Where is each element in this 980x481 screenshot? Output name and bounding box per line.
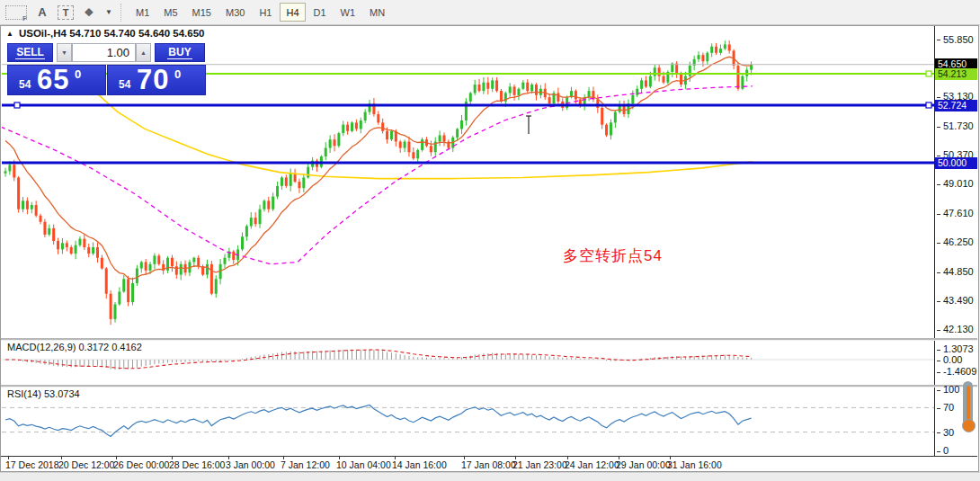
timeframe-button-w1[interactable]: W1 xyxy=(334,3,362,22)
toolbar: F A T ❖ ▼ M1M5M15M30H1H4D1W1MN xyxy=(0,0,980,25)
price-tick-44.850: 44.850 xyxy=(937,266,974,277)
rsi-separator[interactable] xyxy=(1,385,977,387)
time-label: 17 Dec 2018 xyxy=(5,459,59,470)
blue-support-line-1-marker xyxy=(926,102,931,108)
price-tick-47.610: 47.610 xyxy=(937,208,974,218)
sell-price-big: 65 xyxy=(37,64,69,96)
status-bar xyxy=(0,472,980,481)
rsi-label: RSI(14) 53.0734 xyxy=(7,388,80,399)
time-label: 28 Dec 16:00 xyxy=(169,459,225,470)
macd-axis-0.00: 0.00 xyxy=(937,354,962,365)
time-label: 24 Jan 12:00 xyxy=(565,459,619,470)
timeframe-button-m5[interactable]: M5 xyxy=(157,3,183,22)
buy-quote[interactable]: 54 70 0 xyxy=(107,65,206,95)
time-label: 10 Jan 04:00 xyxy=(336,459,391,470)
indicator-grid-icon[interactable]: F xyxy=(5,5,27,20)
time-label: 3 Jan 00:00 xyxy=(226,459,275,470)
time-label: 20 Dec 12:00 xyxy=(58,459,114,470)
collapse-icon[interactable]: ▲ xyxy=(6,30,13,38)
macd-axis-1.3073: 1.3073 xyxy=(937,343,974,354)
shapes-dropdown-caret-icon[interactable]: ▼ xyxy=(104,4,113,22)
chart-annotation-text: 多空转折点54 xyxy=(563,245,663,266)
blue-support-line-1-marker xyxy=(14,102,20,108)
macd-separator[interactable] xyxy=(1,338,977,341)
timeframe-button-h1[interactable]: H1 xyxy=(253,3,278,22)
volume-down-button[interactable]: ▼ xyxy=(57,43,72,62)
one-click-trading-panel: SELL ▼ 1.00 ▲ BUY 54 65 0 54 70 0 xyxy=(5,41,209,98)
macd-label: MACD(12,26,9) 0.3172 0.4162 xyxy=(7,342,142,352)
timeframe-button-m15[interactable]: M15 xyxy=(186,3,218,22)
sell-button[interactable]: SELL xyxy=(7,43,53,62)
thermometer-icon xyxy=(961,381,975,437)
price-tick-42.130: 42.130 xyxy=(937,324,974,334)
chart-window: ▲ USOil-,H4 54.710 54.740 54.640 54.650 … xyxy=(0,25,979,472)
chart-title-bar: ▲ USOil-,H4 54.710 54.740 54.640 54.650 xyxy=(6,28,204,39)
rsi-panel xyxy=(2,387,934,456)
rsi-axis-30: 30 xyxy=(937,427,954,438)
sell-quote[interactable]: 54 65 0 xyxy=(7,65,106,95)
shapes-tool-icon[interactable]: ❖ xyxy=(79,4,99,22)
text-tool-icon[interactable]: T xyxy=(58,5,74,20)
price-tick-46.250: 46.250 xyxy=(937,236,974,247)
time-label: 31 Jan 16:00 xyxy=(667,459,722,470)
metatrader-window: F A T ❖ ▼ M1M5M15M30H1H4D1W1MN ▲ USOil-,… xyxy=(0,0,980,481)
timeframe-button-m1[interactable]: M1 xyxy=(129,3,156,22)
sell-price-sup: 0 xyxy=(75,67,81,81)
rsi-axis-70: 70 xyxy=(937,402,954,413)
rsi-axis-100: 100 xyxy=(937,384,959,395)
time-label: 17 Jan 08:00 xyxy=(461,459,516,470)
timeframe-button-d1[interactable]: D1 xyxy=(307,3,333,22)
sell-price-small: 54 xyxy=(19,78,31,91)
timeframe-button-h4[interactable]: H4 xyxy=(280,3,305,22)
timeframe-button-m30[interactable]: M30 xyxy=(219,3,251,22)
buy-button-label: BUY xyxy=(167,46,192,59)
timeframe-button-mn[interactable]: MN xyxy=(363,3,391,22)
buy-price-small: 54 xyxy=(119,78,130,91)
price-tick-55.850: 55.850 xyxy=(937,34,974,45)
time-label: 26 Dec 00:00 xyxy=(113,459,169,470)
volume-up-button[interactable]: ▲ xyxy=(136,43,151,62)
price-badge-50.000: 50.000 xyxy=(935,157,977,169)
price-axis-border xyxy=(934,26,935,457)
price-tick-51.730: 51.730 xyxy=(937,120,974,131)
label-tool-icon[interactable]: A xyxy=(32,4,52,22)
buy-price-big: 70 xyxy=(137,64,169,96)
ma-magenta-line xyxy=(2,86,753,264)
price-tick-49.010: 49.010 xyxy=(937,178,974,189)
rsi-axis-0: 0 xyxy=(937,445,949,456)
price-badge-54.213: 54.213 xyxy=(935,68,977,80)
macd-axis--1.4609: -1.4609 xyxy=(937,366,976,377)
time-label: 7 Jan 12:00 xyxy=(281,459,330,470)
time-label: 21 Jan 23:00 xyxy=(512,459,567,470)
volume-input[interactable]: 1.00 xyxy=(72,43,136,62)
toolbar-separator xyxy=(120,4,122,22)
price-badge-52.724: 52.724 xyxy=(935,100,977,111)
buy-price-sup: 0 xyxy=(174,67,181,81)
buy-button[interactable]: BUY xyxy=(155,43,205,62)
price-tick-43.490: 43.490 xyxy=(937,295,974,306)
timeframe-group: M1M5M15M30H1H4D1W1MN xyxy=(129,3,392,22)
green-resistance-line-marker xyxy=(926,71,931,76)
time-label: 14 Jan 16:00 xyxy=(392,459,447,470)
sell-button-label: SELL xyxy=(15,46,45,59)
chart-title-text: USOil-,H4 54.710 54.740 54.640 54.650 xyxy=(19,28,205,39)
time-label: 29 Jan 00:00 xyxy=(616,459,671,470)
time-axis-line xyxy=(1,456,977,457)
